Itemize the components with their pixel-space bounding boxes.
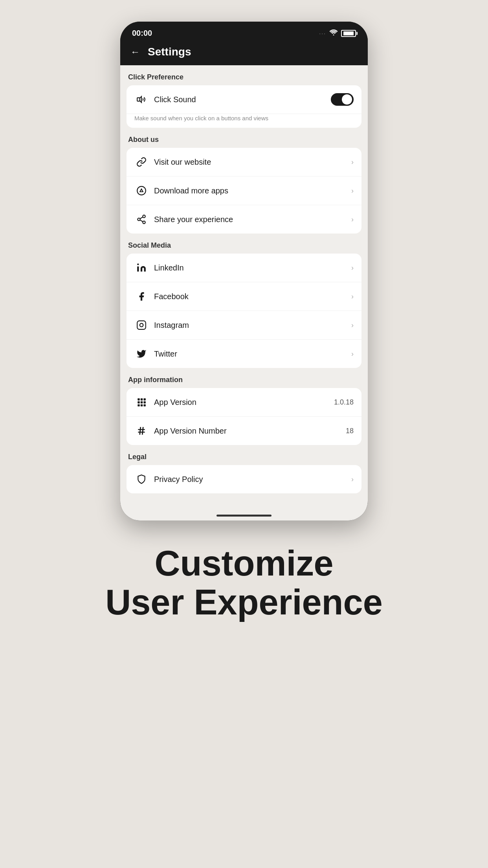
facebook-label: Facebook (154, 292, 347, 301)
battery-container (341, 30, 356, 37)
content-area: Click Preference Click Sound Make sound … (120, 65, 368, 509)
phone-frame: 00:00 ··· ← Settings Click (120, 22, 368, 520)
privacy-policy-row[interactable]: Privacy Policy › (127, 465, 361, 493)
section-app-info-label: App information (128, 376, 361, 384)
status-time: 00:00 (132, 29, 152, 38)
twitter-icon (134, 347, 149, 361)
about-us-card: Visit our website › Download more apps › (127, 148, 361, 234)
instagram-row[interactable]: Instagram › (127, 311, 361, 340)
shield-icon (134, 472, 149, 486)
click-sound-label: Click Sound (154, 95, 331, 104)
svg-point-4 (138, 218, 140, 221)
app-version-label: App Version (154, 398, 334, 407)
click-sound-description: Make sound when you click on a buttons a… (127, 114, 361, 128)
hash-icon (134, 424, 149, 438)
dots-icon: ··· (319, 30, 326, 37)
visit-website-label: Visit our website (154, 158, 347, 167)
share-experience-row[interactable]: Share your experience › (127, 205, 361, 234)
svg-point-3 (143, 215, 145, 218)
instagram-chevron: › (351, 321, 354, 329)
page-title: Settings (148, 46, 191, 58)
bottom-text-line2: User Experience (105, 583, 382, 622)
facebook-chevron: › (351, 292, 354, 301)
app-version-number-row: App Version Number 18 (127, 417, 361, 445)
bottom-text: Customize User Experience (105, 544, 382, 622)
svg-point-2 (137, 186, 146, 195)
svg-rect-15 (138, 401, 139, 403)
svg-rect-18 (138, 404, 139, 406)
section-social-media-label: Social Media (128, 241, 361, 250)
linkedin-icon (134, 261, 149, 275)
nav-bar: ← Settings (120, 42, 368, 65)
link-icon (134, 155, 149, 169)
back-button[interactable]: ← (130, 46, 140, 57)
legal-card: Privacy Policy › (127, 465, 361, 493)
download-apps-row[interactable]: Download more apps › (127, 177, 361, 205)
privacy-policy-label: Privacy Policy (154, 475, 347, 484)
svg-rect-16 (141, 401, 143, 403)
twitter-label: Twitter (154, 349, 347, 359)
privacy-policy-chevron: › (351, 475, 354, 484)
click-sound-row[interactable]: Click Sound (127, 85, 361, 114)
svg-rect-1 (137, 98, 140, 101)
share-experience-label: Share your experience (154, 215, 347, 224)
toggle-knob (342, 94, 352, 105)
svg-point-0 (333, 35, 334, 36)
section-click-preference-label: Click Preference (128, 73, 361, 81)
facebook-row[interactable]: Facebook › (127, 282, 361, 311)
instagram-icon (134, 318, 149, 332)
svg-rect-13 (141, 398, 143, 400)
app-info-card: App Version 1.0.18 App Version Number 18 (127, 388, 361, 445)
svg-line-6 (140, 220, 143, 222)
section-legal-label: Legal (128, 453, 361, 461)
wifi-icon (329, 29, 338, 37)
linkedin-chevron: › (351, 264, 354, 272)
instagram-label: Instagram (154, 321, 347, 330)
svg-line-24 (142, 427, 143, 435)
status-icons: ··· (319, 29, 356, 37)
svg-rect-8 (137, 267, 139, 272)
twitter-row[interactable]: Twitter › (127, 340, 361, 368)
app-version-row: App Version 1.0.18 (127, 388, 361, 417)
share-icon (134, 212, 149, 226)
linkedin-label: LinkedIn (154, 263, 347, 272)
download-apps-label: Download more apps (154, 186, 347, 195)
click-sound-icon (134, 92, 149, 107)
status-bar: 00:00 ··· (120, 22, 368, 42)
svg-rect-19 (141, 404, 143, 406)
visit-website-row[interactable]: Visit our website › (127, 148, 361, 177)
svg-rect-20 (143, 404, 145, 406)
facebook-icon (134, 289, 149, 303)
click-preference-card: Click Sound Make sound when you click on… (127, 85, 361, 128)
linkedin-row[interactable]: LinkedIn › (127, 254, 361, 282)
twitter-chevron: › (351, 350, 354, 358)
visit-website-chevron: › (351, 158, 354, 166)
appstore-icon (134, 184, 149, 198)
svg-rect-14 (143, 398, 145, 400)
svg-point-9 (137, 263, 139, 265)
svg-rect-12 (138, 398, 139, 400)
social-media-card: LinkedIn › Facebook › (127, 254, 361, 368)
click-sound-toggle[interactable] (331, 93, 354, 106)
app-version-number-value: 18 (346, 427, 354, 435)
home-bar (120, 509, 368, 520)
bottom-text-line1: Customize (105, 544, 382, 583)
svg-line-7 (140, 217, 143, 219)
svg-line-23 (140, 427, 141, 435)
app-version-value: 1.0.18 (334, 398, 354, 406)
home-bar-line (216, 515, 272, 517)
download-apps-chevron: › (351, 187, 354, 195)
share-experience-chevron: › (351, 215, 354, 224)
svg-rect-10 (137, 321, 146, 329)
app-version-number-label: App Version Number (154, 427, 346, 436)
battery-icon (341, 30, 356, 37)
svg-rect-17 (143, 401, 145, 403)
svg-point-5 (143, 221, 145, 224)
grid-icon (134, 395, 149, 409)
section-about-us-label: About us (128, 136, 361, 144)
